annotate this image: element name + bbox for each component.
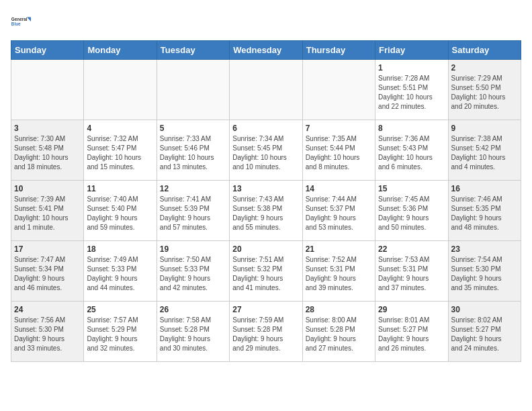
logo-icon: GeneralBlue	[11, 11, 32, 32]
day-number: 21	[306, 244, 372, 254]
calendar-week-4: 17Sunrise: 7:47 AMSunset: 5:34 PMDayligh…	[11, 241, 521, 302]
calendar-body: 1Sunrise: 7:28 AMSunset: 5:51 PMDaylight…	[11, 60, 521, 362]
calendar-week-2: 3Sunrise: 7:30 AMSunset: 5:48 PMDaylight…	[11, 120, 521, 181]
day-info: Sunrise: 7:43 AMSunset: 5:38 PMDaylight:…	[232, 195, 299, 232]
day-info: Sunrise: 7:51 AMSunset: 5:32 PMDaylight:…	[232, 255, 299, 293]
day-number: 11	[87, 184, 153, 193]
day-info: Sunrise: 7:54 AMSunset: 5:30 PMDaylight:…	[451, 255, 518, 293]
calendar-cell: 15Sunrise: 7:45 AMSunset: 5:36 PMDayligh…	[375, 181, 448, 241]
day-number: 30	[451, 305, 518, 314]
svg-text:Blue: Blue	[11, 21, 21, 26]
calendar-cell: 13Sunrise: 7:43 AMSunset: 5:38 PMDayligh…	[230, 181, 302, 241]
day-number: 10	[14, 184, 81, 193]
calendar-cell: 17Sunrise: 7:47 AMSunset: 5:34 PMDayligh…	[11, 241, 84, 302]
header-thursday: Thursday	[302, 41, 375, 60]
header-wednesday: Wednesday	[230, 41, 302, 60]
day-number: 3	[14, 124, 81, 133]
svg-text:General: General	[11, 17, 28, 21]
day-number: 15	[378, 184, 445, 193]
day-info: Sunrise: 7:50 AMSunset: 5:33 PMDaylight:…	[160, 255, 226, 293]
day-info: Sunrise: 7:53 AMSunset: 5:31 PMDaylight:…	[378, 255, 445, 293]
calendar-week-5: 24Sunrise: 7:56 AMSunset: 5:30 PMDayligh…	[11, 302, 521, 362]
day-number: 8	[378, 124, 445, 133]
header-sunday: Sunday	[11, 41, 84, 60]
calendar-cell: 27Sunrise: 7:59 AMSunset: 5:28 PMDayligh…	[230, 302, 302, 362]
calendar-cell: 25Sunrise: 7:57 AMSunset: 5:29 PMDayligh…	[84, 302, 157, 362]
day-info: Sunrise: 7:52 AMSunset: 5:31 PMDaylight:…	[306, 255, 372, 293]
day-info: Sunrise: 7:39 AMSunset: 5:41 PMDaylight:…	[14, 195, 81, 232]
calendar-cell: 24Sunrise: 7:56 AMSunset: 5:30 PMDayligh…	[11, 302, 84, 362]
calendar-cell: 5Sunrise: 7:33 AMSunset: 5:46 PMDaylight…	[157, 120, 229, 181]
day-info: Sunrise: 7:29 AMSunset: 5:50 PMDaylight:…	[451, 74, 518, 111]
day-number: 28	[306, 305, 372, 314]
calendar-week-1: 1Sunrise: 7:28 AMSunset: 5:51 PMDaylight…	[11, 60, 521, 120]
calendar-cell: 7Sunrise: 7:35 AMSunset: 5:44 PMDaylight…	[302, 120, 375, 181]
calendar-cell: 28Sunrise: 8:00 AMSunset: 5:28 PMDayligh…	[302, 302, 375, 362]
day-number: 23	[451, 244, 518, 254]
day-number: 6	[232, 124, 299, 133]
calendar-cell: 9Sunrise: 7:38 AMSunset: 5:42 PMDaylight…	[448, 120, 521, 181]
header-row: SundayMondayTuesdayWednesdayThursdayFrid…	[11, 41, 521, 60]
day-number: 7	[306, 124, 372, 133]
header-monday: Monday	[84, 41, 157, 60]
calendar-cell	[84, 60, 157, 120]
day-info: Sunrise: 7:47 AMSunset: 5:34 PMDaylight:…	[14, 255, 81, 293]
day-info: Sunrise: 7:41 AMSunset: 5:39 PMDaylight:…	[160, 195, 226, 232]
day-number: 29	[378, 305, 445, 314]
day-number: 5	[160, 124, 226, 133]
calendar-cell: 11Sunrise: 7:40 AMSunset: 5:40 PMDayligh…	[84, 181, 157, 241]
day-number: 19	[160, 244, 226, 254]
calendar-header: SundayMondayTuesdayWednesdayThursdayFrid…	[11, 41, 521, 60]
calendar-cell	[302, 60, 375, 120]
day-number: 9	[451, 124, 518, 133]
day-info: Sunrise: 7:32 AMSunset: 5:47 PMDaylight:…	[87, 134, 153, 172]
day-number: 24	[14, 305, 81, 314]
day-info: Sunrise: 7:28 AMSunset: 5:51 PMDaylight:…	[378, 74, 445, 111]
calendar-cell: 16Sunrise: 7:46 AMSunset: 5:35 PMDayligh…	[448, 181, 521, 241]
day-number: 13	[232, 184, 299, 193]
calendar-cell: 23Sunrise: 7:54 AMSunset: 5:30 PMDayligh…	[448, 241, 521, 302]
day-number: 17	[14, 244, 81, 254]
day-info: Sunrise: 7:30 AMSunset: 5:48 PMDaylight:…	[14, 134, 81, 172]
day-info: Sunrise: 7:45 AMSunset: 5:36 PMDaylight:…	[378, 195, 445, 232]
page-header: GeneralBlue	[11, 11, 521, 32]
day-number: 27	[232, 305, 299, 314]
calendar-cell: 19Sunrise: 7:50 AMSunset: 5:33 PMDayligh…	[157, 241, 229, 302]
day-info: Sunrise: 7:57 AMSunset: 5:29 PMDaylight:…	[87, 316, 153, 353]
day-number: 18	[87, 244, 153, 254]
day-number: 26	[160, 305, 226, 314]
calendar-cell: 4Sunrise: 7:32 AMSunset: 5:47 PMDaylight…	[84, 120, 157, 181]
header-saturday: Saturday	[448, 41, 521, 60]
calendar-cell	[11, 60, 84, 120]
day-info: Sunrise: 7:58 AMSunset: 5:28 PMDaylight:…	[160, 316, 226, 353]
calendar-cell: 12Sunrise: 7:41 AMSunset: 5:39 PMDayligh…	[157, 181, 229, 241]
day-info: Sunrise: 7:40 AMSunset: 5:40 PMDaylight:…	[87, 195, 153, 232]
day-number: 12	[160, 184, 226, 193]
header-tuesday: Tuesday	[157, 41, 229, 60]
day-info: Sunrise: 7:44 AMSunset: 5:37 PMDaylight:…	[306, 195, 372, 232]
calendar-cell	[230, 60, 302, 120]
calendar-cell: 3Sunrise: 7:30 AMSunset: 5:48 PMDaylight…	[11, 120, 84, 181]
calendar-cell: 20Sunrise: 7:51 AMSunset: 5:32 PMDayligh…	[230, 241, 302, 302]
day-number: 1	[378, 63, 445, 73]
calendar-cell: 22Sunrise: 7:53 AMSunset: 5:31 PMDayligh…	[375, 241, 448, 302]
day-info: Sunrise: 7:38 AMSunset: 5:42 PMDaylight:…	[451, 134, 518, 172]
day-info: Sunrise: 7:36 AMSunset: 5:43 PMDaylight:…	[378, 134, 445, 172]
calendar-cell: 26Sunrise: 7:58 AMSunset: 5:28 PMDayligh…	[157, 302, 229, 362]
day-info: Sunrise: 7:49 AMSunset: 5:33 PMDaylight:…	[87, 255, 153, 293]
day-info: Sunrise: 8:00 AMSunset: 5:28 PMDaylight:…	[306, 316, 372, 353]
calendar-cell	[157, 60, 229, 120]
calendar-cell: 29Sunrise: 8:01 AMSunset: 5:27 PMDayligh…	[375, 302, 448, 362]
day-info: Sunrise: 7:34 AMSunset: 5:45 PMDaylight:…	[232, 134, 299, 172]
calendar-cell: 21Sunrise: 7:52 AMSunset: 5:31 PMDayligh…	[302, 241, 375, 302]
calendar-cell: 30Sunrise: 8:02 AMSunset: 5:27 PMDayligh…	[448, 302, 521, 362]
calendar-cell: 1Sunrise: 7:28 AMSunset: 5:51 PMDaylight…	[375, 60, 448, 120]
calendar-cell: 14Sunrise: 7:44 AMSunset: 5:37 PMDayligh…	[302, 181, 375, 241]
day-number: 16	[451, 184, 518, 193]
day-info: Sunrise: 8:01 AMSunset: 5:27 PMDaylight:…	[378, 316, 445, 353]
day-number: 2	[451, 63, 518, 73]
day-info: Sunrise: 7:33 AMSunset: 5:46 PMDaylight:…	[160, 134, 226, 172]
day-info: Sunrise: 7:46 AMSunset: 5:35 PMDaylight:…	[451, 195, 518, 232]
header-friday: Friday	[375, 41, 448, 60]
day-number: 22	[378, 244, 445, 254]
